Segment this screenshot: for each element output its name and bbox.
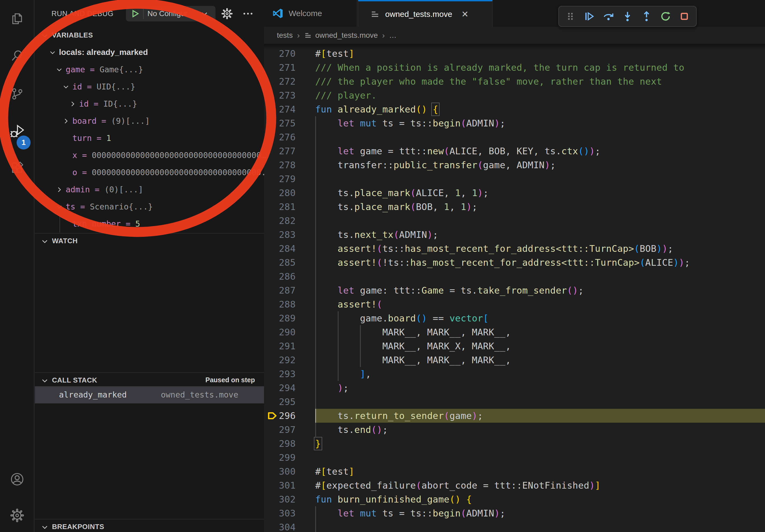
settings-gear-icon[interactable]	[0, 497, 34, 532]
call-stack-section-header[interactable]: CALL STACK Paused on step	[35, 372, 264, 386]
breakpoints-section-header[interactable]: BREAKPOINTS	[35, 519, 264, 532]
line-number[interactable]: 280	[264, 186, 296, 200]
line-number[interactable]: 291	[264, 339, 296, 353]
code-line[interactable]: 302fun burn_unfinished_game() {	[264, 492, 765, 506]
breadcrumb-item[interactable]: …	[389, 31, 397, 40]
chevron-down-icon[interactable]	[49, 49, 56, 57]
line-number[interactable]: 294	[264, 381, 296, 395]
code-line[interactable]: 298}	[264, 437, 765, 450]
variables-section-header[interactable]: VARIABLES	[35, 28, 264, 45]
line-number[interactable]: 286	[264, 269, 296, 283]
line-number[interactable]: 300	[264, 464, 296, 478]
code-editor[interactable]: 270#[test]271/// When a position is alre…	[264, 47, 765, 532]
code-line[interactable]: 277 let game = ttt::new(ALICE, BOB, KEY,…	[264, 144, 765, 158]
line-number[interactable]: 271	[264, 61, 296, 75]
code-line[interactable]: 286	[264, 269, 765, 283]
code-line[interactable]: 282	[264, 214, 765, 228]
restart-icon[interactable]	[657, 8, 674, 25]
code-line[interactable]: 279	[264, 172, 765, 186]
line-number[interactable]: 277	[264, 144, 296, 158]
toolbar-drag-handle[interactable]	[562, 8, 579, 25]
breadcrumb-item[interactable]: owned_tests.move	[315, 31, 378, 40]
line-number[interactable]: 276	[264, 130, 296, 144]
variable-row[interactable]: x = 00000000000000000000000000000000000…	[35, 147, 264, 164]
line-number[interactable]: 284	[264, 242, 296, 256]
line-number[interactable]: 301	[264, 478, 296, 492]
debug-settings-gear-icon[interactable]	[221, 8, 233, 20]
variable-row[interactable]: txn_number = 5	[35, 216, 264, 233]
step-into-icon[interactable]	[619, 8, 636, 25]
tab-welcome[interactable]: Welcome	[264, 0, 357, 27]
debug-config-dropdown[interactable]: No Configur	[126, 6, 216, 21]
code-line[interactable]: 285 assert!(!ts::has_most_recent_for_add…	[264, 256, 765, 269]
chevron-down-icon[interactable]	[62, 83, 70, 92]
chevron-down-icon[interactable]	[56, 66, 63, 75]
line-number[interactable]: 275	[264, 116, 296, 130]
variables-scope-row[interactable]: locals: already_marked	[35, 45, 264, 62]
more-actions-icon[interactable]	[242, 8, 254, 20]
variable-row[interactable]: id = UID{...}	[35, 79, 264, 96]
call-stack-frame-row[interactable]: already_marked owned_tests.move	[35, 386, 264, 403]
code-line[interactable]: 299	[264, 450, 765, 464]
code-line[interactable]: 304	[264, 520, 765, 532]
code-line[interactable]: 295	[264, 395, 765, 409]
code-line[interactable]: 297 ts.end();	[264, 423, 765, 437]
line-number[interactable]: 299	[264, 450, 296, 464]
stop-icon[interactable]	[676, 8, 693, 25]
line-number[interactable]: 295	[264, 395, 296, 409]
code-line[interactable]: 271/// When a position is already marked…	[264, 61, 765, 75]
line-number[interactable]: 289	[264, 311, 296, 325]
code-line[interactable]: 280 ts.place_mark(ALICE, 1, 1);	[264, 186, 765, 200]
line-number[interactable]: 293	[264, 367, 296, 381]
watch-section-header[interactable]: WATCH	[35, 233, 264, 250]
line-number[interactable]: 303	[264, 506, 296, 520]
continue-icon[interactable]	[581, 8, 598, 25]
variable-row[interactable]: board = (9)[...]	[35, 113, 264, 130]
current-debug-line[interactable]: 296 ts.return_to_sender(game);	[264, 409, 765, 423]
line-number[interactable]: 288	[264, 297, 296, 311]
variable-row[interactable]: ts = Scenario{...}	[35, 199, 264, 216]
variable-row[interactable]: o = 00000000000000000000000000000000000.	[35, 164, 264, 182]
line-number[interactable]: 282	[264, 214, 296, 228]
code-line[interactable]: 278 transfer::public_transfer(game, ADMI…	[264, 158, 765, 172]
step-out-icon[interactable]	[638, 8, 655, 25]
close-tab-icon[interactable]: ✕	[461, 9, 468, 19]
search-icon[interactable]	[0, 37, 34, 74]
code-line[interactable]: 287 let game: ttt::Game = ts.take_from_s…	[264, 283, 765, 297]
line-number[interactable]: 281	[264, 200, 296, 214]
line-number[interactable]: 304	[264, 520, 296, 532]
tab-owned-tests-move[interactable]: owned_tests.move ✕	[358, 0, 493, 27]
code-line[interactable]: 284 assert!(ts::has_most_recent_for_addr…	[264, 242, 765, 256]
run-and-debug-icon[interactable]: 1	[0, 113, 34, 149]
code-line[interactable]: 275 let mut ts = ts::begin(ADMIN);	[264, 116, 765, 130]
line-number[interactable]: 292	[264, 353, 296, 367]
code-line[interactable]: 273/// player.	[264, 89, 765, 102]
code-line[interactable]: 292 MARK__, MARK__, MARK__,	[264, 353, 765, 367]
variable-row[interactable]: game = Game{...}	[35, 62, 264, 79]
chevron-right-icon[interactable]	[56, 186, 63, 194]
code-line[interactable]: 272/// the player who made the "false" m…	[264, 75, 765, 89]
breadcrumb[interactable]: tests › owned_tests.move › …	[264, 27, 765, 44]
code-line[interactable]: 294 );	[264, 381, 765, 395]
code-line[interactable]: 276	[264, 130, 765, 144]
line-number[interactable]: 287	[264, 283, 296, 297]
line-number[interactable]: 297	[264, 423, 296, 437]
code-line[interactable]: 289 game.board() == vector[	[264, 311, 765, 325]
variable-row[interactable]: turn = 1	[35, 130, 264, 147]
account-icon[interactable]	[0, 461, 34, 497]
code-line[interactable]: 283 ts.next_tx(ADMIN);	[264, 228, 765, 242]
line-number[interactable]: 285	[264, 256, 296, 269]
line-number[interactable]: 298	[264, 437, 296, 450]
chevron-right-icon[interactable]	[62, 117, 70, 126]
code-line[interactable]: 290 MARK__, MARK__, MARK__,	[264, 325, 765, 339]
line-number[interactable]: 272	[264, 75, 296, 89]
explorer-icon[interactable]	[0, 1, 34, 37]
code-line[interactable]: 293 ],	[264, 367, 765, 381]
code-line[interactable]: 274fun already_marked() {	[264, 102, 765, 116]
chevron-right-icon[interactable]	[69, 100, 76, 109]
code-line[interactable]: 301#[expected_failure(abort_code = ttt::…	[264, 478, 765, 492]
line-number[interactable]: 290	[264, 325, 296, 339]
variable-row[interactable]: admin = (0)[...]	[35, 182, 264, 199]
code-line[interactable]: 303 let mut ts = ts::begin(ADMIN);	[264, 506, 765, 520]
chevron-down-icon[interactable]	[56, 203, 63, 212]
